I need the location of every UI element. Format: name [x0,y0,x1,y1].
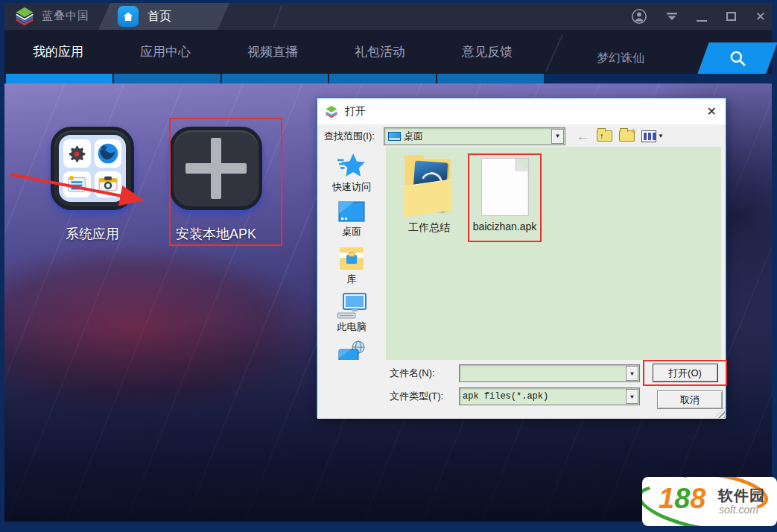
search-divider [545,34,563,72]
open-file-dialog: 打开 ✕ 查找范围(I): 桌面 ▼ ← ↑ ✳ [317,98,726,418]
dropdown-menu-icon[interactable] [667,13,677,20]
settings-gear-icon [63,139,91,168]
open-button[interactable]: 打开(O) [653,364,718,382]
search-button[interactable] [697,42,777,74]
file-list[interactable]: 工作总结 baicizhan.apk [386,147,721,360]
look-in-label: 查找范围(I): [324,130,384,143]
file-name-input[interactable]: ▼ [459,364,640,382]
libraries-icon [337,245,367,272]
maximize-button[interactable] [726,12,736,21]
nav-underline [4,74,544,83]
annotation-box-open-button: 打开(O) [643,360,727,386]
desktop-mini-icon [388,132,401,141]
tile-install-apk-label: 安装本地APK [156,225,276,243]
dialog-places-sidebar: 快速访问 桌面 库 [317,148,386,360]
look-in-dropdown-button[interactable]: ▼ [551,129,564,144]
sidebar-item-this-pc[interactable]: 此电脑 [317,293,386,334]
folder-icon [402,154,457,217]
file-type-dropdown-button[interactable]: ▼ [626,389,638,404]
browser-globe-icon [95,139,122,168]
desktop-icon [337,200,367,224]
up-one-level-icon[interactable]: ↑ [597,130,612,142]
search-icon [728,48,747,68]
bluestacks-logo-icon [13,5,36,28]
sidebar-item-quick-access[interactable]: 快速访问 [317,153,386,194]
dialog-toolbar: 查找范围(I): 桌面 ▼ ← ↑ ✳ ▼ [317,124,726,148]
watermark-site-name: 软件园 [718,486,765,506]
file-name-label: 文件名(N): [390,367,459,380]
resize-grip[interactable] [714,408,725,418]
app-title: 蓝叠中国 [42,9,89,23]
navbar: 我的应用 应用中心 视频直播 礼包活动 意见反馈 梦幻诛仙 [4,30,772,74]
tile-system-apps-label: 系统应用 [33,225,152,243]
cancel-button[interactable]: 取消 [657,390,723,409]
dialog-bottom-panel: 文件名(N): ▼ 文件类型(T): apk files(*.apk) ▼ 打开… [317,360,726,419]
file-type-combobox[interactable]: apk files(*.apk) ▼ [459,387,640,405]
view-menu-icon[interactable]: ▼ [641,130,664,142]
file-item-apk[interactable]: baicizhan.apk [468,153,542,242]
desktop-area: 系统应用 安装本地APK 打开 ✕ 查找范围(I): [4,83,772,522]
notes-icon [63,171,91,198]
file-type-value: apk files(*.apk) [463,391,548,402]
file-name-dropdown-button[interactable]: ▼ [626,366,638,381]
tab-divider [273,5,283,28]
apk-file-icon [481,158,529,216]
camera-icon [95,171,122,198]
back-icon[interactable]: ← [576,129,590,143]
sidebar-item-libraries[interactable]: 库 [317,245,386,286]
look-in-combobox[interactable]: 桌面 ▼ [384,127,565,145]
search-input[interactable]: 梦幻诛仙 [597,51,644,66]
apk-file-name: baicizhan.apk [473,221,537,232]
tab-home[interactable]: 首页 [91,3,229,30]
dialog-app-icon [324,104,339,119]
home-icon [118,6,139,27]
minimize-button[interactable] [697,11,707,22]
account-icon[interactable] [631,8,647,25]
tile-system-apps[interactable] [51,127,134,210]
bluestacks-window: 蓝叠中国 首页 ✕ 我的应用 [0,0,777,532]
dialog-close-icon[interactable]: ✕ [707,104,717,118]
site-watermark: 188 软件园 soft.com [642,477,777,526]
close-button[interactable]: ✕ [755,10,766,23]
nav-item-app-center[interactable]: 应用中心 [112,30,219,74]
watermark-logo: 188 [659,484,705,513]
new-folder-icon[interactable]: ✳ [619,130,635,142]
quick-access-star-icon [337,153,366,180]
nav-item-gift-events[interactable]: 礼包活动 [326,30,434,74]
look-in-value: 桌面 [404,130,423,143]
dialog-title: 打开 [345,105,366,118]
folder-name: 工作总结 [408,221,450,235]
sidebar-item-desktop[interactable]: 桌面 [317,200,386,238]
this-pc-icon [336,293,367,320]
watermark-site-domain: soft.com [719,504,758,516]
tile-install-apk[interactable] [170,127,262,210]
titlebar: 蓝叠中国 首页 ✕ [4,3,772,30]
nav-item-live-video[interactable]: 视频直播 [219,30,326,74]
plus-icon [185,138,247,199]
tab-home-label: 首页 [148,9,171,25]
dialog-titlebar: 打开 ✕ [317,98,726,124]
file-item-folder[interactable]: 工作总结 [398,154,460,235]
file-type-label: 文件类型(T): [390,390,459,403]
nav-item-my-apps[interactable]: 我的应用 [4,30,112,74]
nav-item-feedback[interactable]: 意见反馈 [434,30,541,74]
